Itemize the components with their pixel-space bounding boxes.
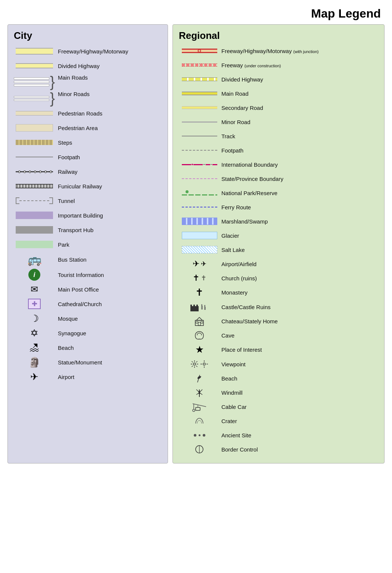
item-label: Railway	[55, 169, 78, 175]
airport-icon: ✈	[23, 371, 46, 383]
regional-panel: Regional Freeway/Highway/Motorway (with …	[172, 24, 385, 463]
synagogue-icon: ✡	[23, 327, 46, 339]
svg-rect-9	[195, 320, 203, 326]
item-label: Statue/Monument	[55, 359, 102, 366]
castle-svg	[190, 302, 199, 311]
list-item: Pedestrian Roads	[14, 107, 162, 119]
reg-divided-symbol	[179, 77, 220, 81]
reg-footpath-symbol	[179, 150, 220, 151]
viewpoint-svg1	[190, 360, 199, 368]
reg-airport-icon: ✈ ✈	[183, 259, 216, 269]
brace-icon: }	[50, 74, 55, 89]
list-item: Cave	[179, 330, 378, 341]
minor-road-line	[14, 96, 49, 98]
svg-rect-7	[201, 304, 202, 306]
reg-main-road-symbol	[179, 92, 220, 95]
list-item: Footpath	[14, 151, 162, 163]
funicular-icon	[16, 184, 53, 188]
list-item: Beach	[179, 373, 378, 384]
item-label: Funicular Railway	[55, 183, 102, 190]
beach-symbol: 🏖	[14, 342, 55, 354]
tunnel-symbol	[14, 197, 55, 204]
reg-minor-road-icon	[182, 121, 217, 123]
svg-rect-3	[196, 305, 198, 307]
minor-roads-symbol: }	[14, 91, 55, 106]
list-item: Freeway (under construction)	[179, 59, 378, 71]
park-symbol	[14, 241, 55, 248]
item-label: Divided Highway	[55, 63, 100, 69]
svg-rect-12	[196, 321, 198, 323]
list-item: ✈ Airport	[14, 371, 162, 383]
reg-item-label: Track	[220, 133, 235, 139]
item-label: Transport Hub	[55, 227, 93, 233]
important-building-symbol	[14, 212, 55, 219]
reg-ancient-icon	[184, 434, 214, 437]
reg-crater-symbol	[179, 417, 220, 425]
reg-monastery-icon: ✝	[195, 287, 203, 298]
svg-point-23	[203, 363, 205, 365]
svg-line-22	[192, 366, 193, 367]
reg-glacier-icon	[182, 232, 217, 239]
svg-line-19	[192, 361, 193, 363]
synagogue-symbol: ✡	[14, 327, 55, 339]
main-road-line	[14, 77, 49, 80]
list-item: Crater	[179, 415, 378, 426]
item-label: Tourist Information	[55, 272, 104, 278]
cathedral-icon: ✚	[28, 299, 41, 309]
item-label: Tunnel	[55, 198, 75, 204]
mosque-icon: ☽	[23, 313, 46, 324]
reg-item-label: Place of Interest	[220, 346, 262, 353]
reg-salt-lake-icon	[182, 246, 217, 253]
svg-line-20	[196, 366, 197, 367]
reg-poi-icon: ★	[195, 344, 204, 355]
reg-beach-icon	[195, 373, 204, 383]
steps-symbol	[14, 140, 55, 145]
transport-hub-symbol	[14, 226, 55, 234]
tunnel-inner-line	[19, 200, 49, 201]
list-item: Glacier	[179, 230, 378, 241]
svg-point-35	[199, 392, 200, 393]
reg-ferry-icon	[182, 207, 217, 207]
list-item: Windmill	[179, 387, 378, 398]
reg-ferry-symbol	[179, 207, 220, 207]
reg-item-label: Windmill	[220, 389, 243, 396]
reg-item-label: Minor Road	[220, 119, 251, 125]
regional-panel-title: Regional	[179, 30, 378, 41]
reg-ancient-symbol	[179, 434, 220, 437]
reg-item-label: Cave	[220, 332, 234, 339]
item-label: Main Post Office	[55, 286, 99, 293]
city-panel: City Freeway/Highway/Motorway Divided Hi…	[7, 24, 168, 463]
list-item: } Minor Roads	[14, 91, 162, 106]
item-label: Synagogue	[55, 330, 86, 336]
statue-icon: 🗿	[23, 357, 46, 368]
list-item: Divided Highway	[14, 60, 162, 72]
funicular-symbol	[14, 184, 55, 188]
brace-icon: }	[50, 91, 55, 106]
item-label: Pedestrian Area	[55, 125, 98, 131]
reg-viewpoint-icon	[183, 360, 216, 368]
list-item: Chateau/Stately Home	[179, 315, 378, 327]
list-item: ★ Place of Interest	[179, 344, 378, 355]
reg-item-label: Ferry Route	[220, 204, 251, 210]
cathedral-symbol: ✚	[14, 299, 55, 309]
main-roads-symbol: }	[14, 74, 55, 89]
reg-divided-icon	[182, 77, 217, 81]
steps-icon	[16, 140, 53, 145]
list-item: Divided Highway	[179, 74, 378, 85]
reg-item-label: Castle/Castle Ruins	[220, 304, 271, 310]
svg-rect-4	[193, 308, 195, 311]
item-label: Pedestrian Roads	[55, 110, 102, 117]
reg-item-label: Beach	[220, 375, 237, 382]
reg-track-symbol	[179, 136, 220, 136]
list-item: Secondary Road	[179, 102, 378, 113]
reg-track-icon	[182, 136, 217, 136]
item-label: Cathedral/Church	[55, 301, 102, 307]
reg-poi-symbol: ★	[179, 344, 220, 355]
list-item: ✡ Synagogue	[14, 327, 162, 339]
main-road-line	[14, 84, 49, 86]
important-building-icon	[16, 212, 53, 219]
reg-freeway-icon	[182, 49, 217, 53]
list-item: } Main Roads	[14, 74, 162, 89]
reg-item-label: Freeway (under construction)	[220, 62, 281, 68]
reg-freeway-constr-symbol	[179, 64, 220, 67]
